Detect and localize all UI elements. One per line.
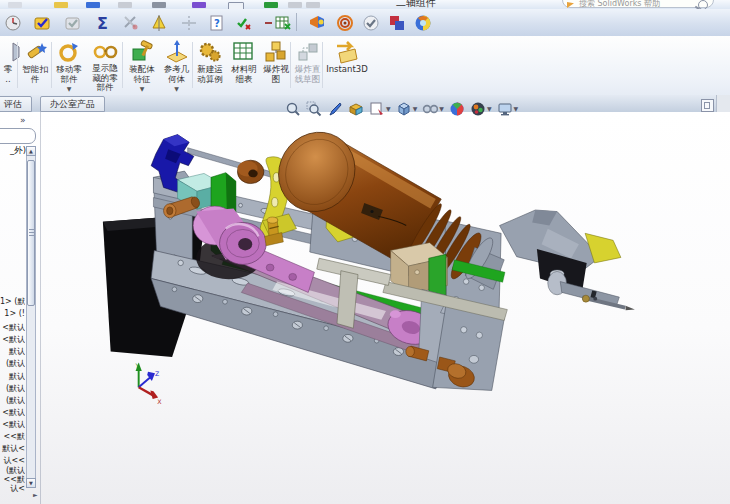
toolbar-icon-measure-disabled[interactable] [120,12,142,33]
explode-line-sketch-icon [295,38,321,65]
dropdown-arrow-icon[interactable]: ▼ [67,85,72,92]
toolbar-icon-photoview-360[interactable] [412,12,434,33]
ribbon-button-instant3d[interactable]: Instant3D [324,38,370,92]
ribbon-button-bill-of-materials[interactable]: 材料明细表 [227,38,261,92]
tree-item-fragment[interactable]: 1> (默 [0,296,25,307]
ribbon-button-new-motion-study[interactable]: 新建运动算例 [193,38,227,92]
ribbon-button-explode-line-sketch[interactable]: 爆炸直线草图 [291,38,324,92]
search-input[interactable]: 搜索 SolidWorks 帮助 [562,0,714,8]
graphics-viewport[interactable]: Y Z X [0,112,730,504]
toolbar-icon-review-check[interactable] [360,12,382,33]
headsup-edit-appearance[interactable] [448,100,466,117]
tab-evaluate[interactable]: 评估 [0,96,32,112]
assembly-model[interactable]: Y Z X [0,112,730,504]
toolbar-icon-schedule[interactable] [2,12,24,33]
titlebar-icon[interactable] [118,2,132,8]
toolbar-icon-section-properties-disabled[interactable] [178,12,200,33]
toolbar-icon-design-checker[interactable] [32,12,54,33]
tree-item-fragment[interactable]: <默认 [0,407,25,418]
headsup-section-view[interactable] [347,100,365,117]
titlebar-icon[interactable] [306,2,320,8]
toolbar-icon-compare-documents[interactable] [386,12,408,33]
dropdown-arrow-icon[interactable]: ▼ [140,85,145,92]
tree-item-fragment[interactable]: 1> (! [0,309,25,318]
ribbon-button-label: 智能扣件 [22,65,48,84]
scrollbar-thumb[interactable] [27,160,35,306]
tree-item-fragment[interactable]: (默认 [0,358,25,369]
dropdown-arrow-icon[interactable]: ▼ [413,105,418,112]
ribbon-button-label: 显示隐藏的零部件 [92,64,118,93]
tree-item-fragment[interactable]: <默认 [0,334,25,345]
titlebar-icon[interactable] [8,2,22,8]
toolbar-icon-render-region[interactable] [334,12,356,33]
tree-item-fragment[interactable]: <<默 [0,431,25,442]
panel-resize-arrow[interactable]: ► [33,491,38,498]
scrollbar-up-arrow[interactable]: ▲ [26,146,36,156]
titlebar-icon[interactable] [152,2,166,8]
headsup-previous-view[interactable] [326,100,344,117]
model-spindle[interactable] [548,270,635,310]
bill-of-materials-icon [231,38,257,65]
instant3d-icon [334,38,360,65]
ribbon-button-move-component[interactable]: 移动零部件▼ [52,38,86,92]
move-component-icon [56,38,82,65]
scrollbar-down-arrow[interactable]: ▼ [26,478,36,488]
ribbon-separator [290,42,291,88]
titlebar-icon[interactable] [86,2,100,8]
headsup-zoom-fit[interactable] [284,100,302,117]
model-brown-hub[interactable] [237,160,263,183]
toolbar-icon-mass-properties[interactable] [148,12,170,33]
heads-up-toolbar: ▼▼▼▼▼ [284,99,519,118]
titlebar-icon[interactable] [264,2,278,8]
tree-item-fragment[interactable]: 默认 [0,371,25,382]
toolbar-icon-equations[interactable]: Σ [92,12,114,33]
dropdown-arrow-icon[interactable]: ▼ [487,105,492,112]
toolbar-icon-assemblyxpert[interactable]: ? [206,12,228,33]
ribbon-button-show-hidden-components[interactable]: 显示隐藏的零部件 [86,38,124,92]
reference-geometry-icon [164,38,190,65]
ribbon-separator [192,42,193,88]
reference-triad: Y Z X [135,362,163,405]
tree-item-fragment[interactable]: 认< [0,483,25,494]
ribbon-button-label: 装配体特征 [129,65,155,84]
headsup-apply-scene[interactable]: ▼ [469,100,493,117]
titlebar-icon[interactable] [192,2,206,8]
headsup-view-settings[interactable]: ▼ [496,100,520,117]
tree-root-item[interactable]: _外) [0,145,26,157]
toolbar-icon-check-disabled[interactable] [62,12,84,33]
toolbar-icon-design-table[interactable] [272,12,294,33]
tree-item-fragment[interactable]: <默认 [0,419,25,430]
headsup-display-style[interactable]: ▼ [395,100,419,117]
panel-edge[interactable] [40,112,41,504]
titlebar-icon[interactable] [288,2,302,8]
dropdown-arrow-icon[interactable]: ▼ [174,85,179,92]
toolbar-icon-check-document[interactable] [234,12,256,33]
tools-toolbar: Σ? [0,9,730,37]
ribbon-button-label: Instant3D [326,65,368,75]
headsup-hide-show-items[interactable]: ▼ [421,100,445,117]
ribbon-button-insert-component[interactable]: 零.. [0,38,16,92]
dropdown-arrow-icon[interactable]: ▼ [439,105,444,112]
titlebar-icon[interactable] [54,2,68,8]
ribbon-button-reference-geometry[interactable]: 参考几何体▼ [160,38,193,92]
show-hidden-components-icon [92,38,118,64]
tree-item-fragment[interactable]: 默认 [0,346,25,357]
ribbon-button-smart-fasteners[interactable]: 智能扣件 [18,38,52,92]
task-pane-icon[interactable] [701,99,714,112]
ribbon-button-exploded-view[interactable]: 爆炸视图 [261,38,291,92]
dropdown-arrow-icon[interactable]: ▼ [514,105,519,112]
tree-filter-box[interactable] [0,128,36,144]
tab-office-products[interactable]: 办公室产品 [40,96,105,112]
tree-item-fragment[interactable]: <默认 [0,322,25,333]
tree-item-fragment[interactable]: (默认 [0,383,25,394]
tree-scrollbar[interactable] [26,156,36,478]
tree-item-fragment[interactable]: (默认 [0,395,25,406]
panel-collapse-chevron[interactable]: » [20,115,26,125]
tree-item-fragment[interactable]: 默认< [0,443,25,454]
headsup-zoom-area[interactable] [305,100,323,117]
dropdown-arrow-icon[interactable]: ▼ [386,105,391,112]
headsup-view-orientation[interactable]: ▼ [368,100,392,117]
ribbon-button-assembly-features[interactable]: 装配体特征▼ [124,38,160,92]
toolbar-icon-animation-preview[interactable] [306,12,328,33]
svg-text:?: ? [214,18,220,29]
